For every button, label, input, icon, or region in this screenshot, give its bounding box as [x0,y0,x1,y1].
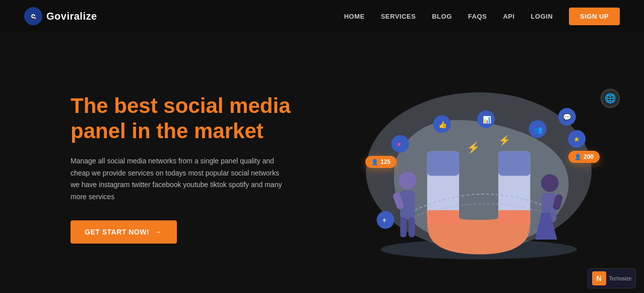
svg-text:⚡: ⚡ [498,134,511,146]
navbar: Goviralize HOME SERVICES BLOG FAQS API L… [0,0,644,32]
nav-blog[interactable]: BLOG [432,13,452,20]
techosize-badge: N Techosize [588,268,636,288]
hero-description: Manage all social media networks from a … [71,155,282,203]
person-icon-2: 👤 [574,154,582,160]
svg-text:👥: 👥 [534,126,543,134]
nav-login[interactable]: LOGIN [531,13,553,20]
brand-name: Goviralize [46,11,97,22]
svg-text:👍: 👍 [438,121,447,129]
svg-rect-5 [427,151,459,176]
svg-rect-13 [409,217,415,237]
svg-rect-9 [498,210,530,225]
svg-text:💬: 💬 [563,113,572,122]
svg-text:+: + [382,216,387,224]
svg-rect-12 [400,217,407,237]
logo[interactable]: Goviralize [24,7,97,25]
svg-point-0 [24,7,42,25]
nav-faqs[interactable]: FAQS [468,13,487,20]
hero-content: The best social media panel in the marke… [71,93,302,244]
svg-text:⚡: ⚡ [467,141,480,154]
hero-title: The best social media panel in the marke… [71,93,302,144]
follower-badge-200: 👤 200 [568,151,600,163]
cta-button[interactable]: GET START NOW! → [71,220,177,244]
svg-rect-8 [427,210,459,225]
logo-icon [24,7,42,25]
svg-text:★: ★ [573,136,580,143]
follower-badge-125: 👤 125 [365,156,397,168]
badge-200-count: 200 [584,153,594,160]
nav-links: HOME SERVICES BLOG FAQS API LOGIN SIGN U… [344,8,620,25]
svg-text:♥: ♥ [397,141,401,148]
svg-point-10 [399,172,416,190]
badge-125-count: 125 [380,158,391,165]
arrow-right-icon: → [154,227,163,237]
hero-illustration: ⚡ ⚡ ♥ 👍 📊 👥 ★ 💬 + 👤 [343,63,620,274]
svg-text:📊: 📊 [483,115,492,124]
hero-section: The best social media panel in the marke… [0,32,644,293]
globe-decoration: 🌐 [601,89,620,108]
nav-services[interactable]: SERVICES [381,13,416,20]
techosize-text: Techosize [609,276,631,281]
svg-rect-7 [498,151,530,176]
nav-api[interactable]: API [503,13,514,20]
svg-point-15 [541,174,559,192]
person-icon: 👤 [371,159,378,165]
svg-point-1 [34,17,36,19]
nav-home[interactable]: HOME [344,13,365,20]
signup-button[interactable]: SIGN UP [569,8,620,25]
cta-label: GET START NOW! [85,228,149,236]
techosize-icon: N [592,271,606,285]
